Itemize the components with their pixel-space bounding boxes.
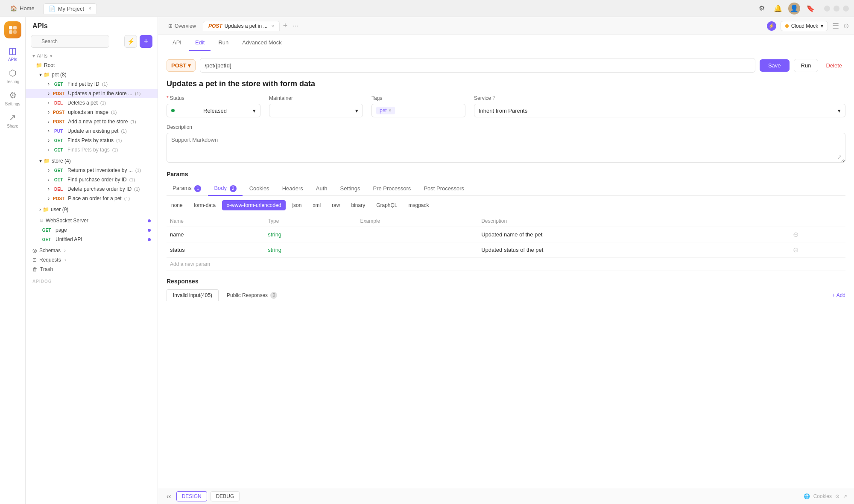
tab-add-button[interactable]: + [281,20,290,32]
maintainer-select[interactable]: ▾ [269,104,363,117]
list-item[interactable]: GET page [26,225,158,235]
sidebar-item-apis[interactable]: ◫ APIs [3,44,23,64]
trash-item[interactable]: 🗑 Trash [26,265,158,274]
root-folder[interactable]: 📁 Root [26,61,158,70]
list-item[interactable]: › PUT Update an existing pet (1) [26,126,158,136]
pet-folder[interactable]: ▾ 📁 pet (8) [26,70,158,79]
tag-remove-icon[interactable]: × [389,108,392,114]
tab-advanced-mock[interactable]: Advanced Mock [236,35,288,51]
sidebar-item-testing[interactable]: ⬡ Testing [3,66,23,86]
tab-run[interactable]: Run [212,35,234,51]
tab-more-button[interactable]: ··· [291,20,300,32]
expand-icon[interactable]: ⤢ [837,154,842,160]
list-item[interactable]: › POST uploads an image (1) [26,108,158,117]
params-tab-headers[interactable]: Headers [276,182,309,195]
remove-param-button[interactable]: ⊖ [793,246,798,253]
body-type-form-data[interactable]: form-data [189,200,220,210]
tags-select[interactable]: pet × [371,104,465,117]
tab-post-updates[interactable]: POST Updates a pet in ... × [203,21,280,31]
sidebar-item-share[interactable]: ↗ Share [3,110,23,131]
bookmark-icon[interactable]: 🔖 [804,3,816,15]
body-type-xml[interactable]: xml [308,200,325,210]
help-circle-icon[interactable]: ⊙ [843,22,849,30]
tab-edit[interactable]: Edit [189,35,211,51]
requests-item[interactable]: ⊡ Requests › [26,255,158,265]
list-item[interactable]: › GET Finds Pets by tags (1) [26,145,158,154]
avatar[interactable]: 👤 [788,3,800,15]
list-item[interactable]: › GET Find purchase order by ID (1) [26,175,158,184]
params-tab-post-processors[interactable]: Post Processors [418,182,470,195]
notification-icon[interactable]: 🔔 [772,3,784,15]
bottom-share-icon[interactable]: ↗ [843,493,847,499]
service-select[interactable]: Inherit from Parents ▾ [474,104,845,117]
response-tab-public[interactable]: Public Responses 0 [220,289,284,302]
list-item[interactable]: › POST Add a new pet to the store (1) [26,117,158,126]
body-type-json[interactable]: json [287,200,306,210]
schemas-item[interactable]: ◎ Schemas › [26,246,158,255]
cloud-mock-button[interactable]: Cloud Mock ▾ [781,21,828,31]
menu-icon[interactable]: ☰ [832,21,839,31]
tab-api[interactable]: API [167,35,187,51]
body-type-graphql[interactable]: GraphQL [371,200,402,210]
delete-button[interactable]: Delete [822,59,845,72]
params-tab-body[interactable]: Body 2 [208,182,242,196]
service-help-icon[interactable]: ? [492,95,495,101]
settings-icon[interactable]: ⚙ [756,3,768,15]
remove-param-button[interactable]: ⊖ [793,231,798,238]
store-folder[interactable]: ▾ 📁 store (4) [26,156,158,166]
back-button[interactable]: ‹‹ [165,491,173,502]
list-item[interactable]: › GET Find pet by ID (1) [26,79,158,89]
save-button[interactable]: Save [760,59,790,72]
close-button[interactable]: × [843,6,849,12]
project-tab-close[interactable]: × [88,6,91,12]
list-item[interactable]: › POST Place an order for a pet (1) [26,194,158,203]
tab-close-icon[interactable]: × [271,23,274,29]
list-item[interactable]: › GET Finds Pets by status (1) [26,136,158,145]
status-select[interactable]: Released ▾ [167,104,260,117]
tab-overview[interactable]: ⊞ Overview [163,21,201,31]
cookies-label[interactable]: Cookies [813,493,832,499]
list-item[interactable]: › GET Returns pet inventories by ... (1) [26,166,158,175]
body-type-msgpack[interactable]: msgpack [404,200,434,210]
list-item[interactable]: ≋ WebSocket Server [26,216,158,225]
params-tab-auth[interactable]: Auth [310,182,333,195]
list-item[interactable]: › DEL Delete purchase order by ID (1) [26,184,158,194]
bottom-target-icon[interactable]: ⊙ [835,493,839,499]
add-param-cell[interactable]: Add a new param [167,257,845,271]
param-name[interactable]: name [167,227,264,242]
list-item[interactable]: › DEL Deletes a pet (1) [26,98,158,108]
body-type-raw[interactable]: raw [327,200,345,210]
body-type-binary[interactable]: binary [346,200,370,210]
desc-textarea[interactable] [167,133,845,163]
params-tab-cookies[interactable]: Cookies [243,182,275,195]
response-tab-invalid[interactable]: Invalid input(405) [167,289,219,301]
body-type-urlencoded[interactable]: x-www-form-urlencoded [222,200,286,210]
add-button[interactable]: + [140,35,152,48]
add-response-button[interactable]: + Add [832,292,845,298]
list-item[interactable]: › POST Updates a pet in the store ... (1… [26,89,158,98]
design-button[interactable]: DESIGN [176,491,207,501]
project-tab[interactable]: 📄 My Project × [43,3,97,14]
maintainer-label: Maintainer [269,95,363,101]
params-tab-params[interactable]: Params 1 [167,182,207,196]
help-globe-icon[interactable]: 🌐 [804,493,810,499]
home-tab[interactable]: 🏠 Home [5,3,40,13]
apis-section[interactable]: ▾ APIs ▾ [26,51,158,61]
search-input[interactable] [31,35,109,48]
debug-button[interactable]: DEBUG [211,491,240,501]
sidebar-item-settings[interactable]: ⚙ Settings [3,88,23,108]
filter-button[interactable]: ⚡ [124,35,137,48]
body-type-none[interactable]: none [167,200,187,210]
param-example[interactable] [357,227,478,242]
param-example[interactable] [357,242,478,257]
param-name[interactable]: status [167,242,264,257]
params-tab-pre-processors[interactable]: Pre Processors [367,182,417,195]
user-folder[interactable]: › 📁 user (9) [26,205,158,214]
params-tab-settings[interactable]: Settings [334,182,366,195]
minimize-button[interactable]: — [824,6,830,12]
list-item[interactable]: GET Untitled API [26,235,158,244]
url-input[interactable] [200,58,755,73]
maximize-button[interactable]: □ [834,6,839,12]
method-selector[interactable]: POST ▾ [167,59,196,72]
run-button[interactable]: Run [794,59,819,72]
